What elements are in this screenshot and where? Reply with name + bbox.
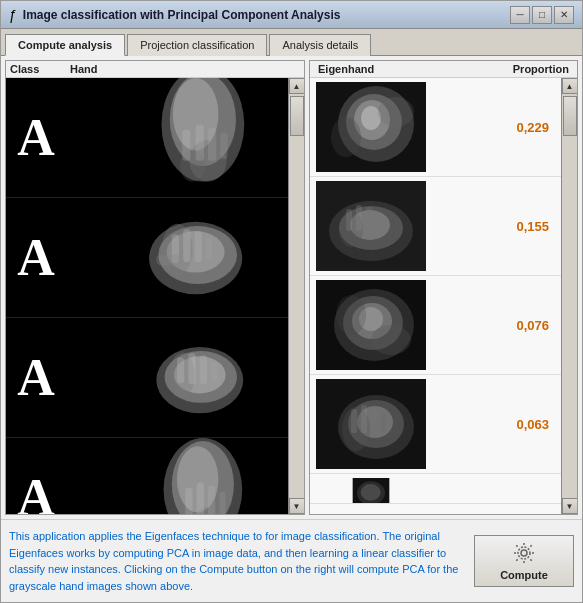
- compute-button[interactable]: Compute: [474, 535, 574, 587]
- svg-rect-36: [208, 486, 215, 514]
- svg-rect-8: [208, 128, 216, 161]
- eigenhand-image-2: [316, 181, 426, 271]
- eigen-row-partial: [310, 474, 561, 504]
- proportion-value-4: 0,063: [434, 417, 555, 432]
- proportion-value-1: 0,229: [434, 120, 555, 135]
- scroll-thumb[interactable]: [290, 96, 304, 136]
- gear-icon: [512, 541, 536, 565]
- tab-projection[interactable]: Projection classification: [127, 34, 267, 56]
- eigenhand-column-header: Eigenhand: [318, 63, 374, 75]
- svg-rect-37: [219, 492, 225, 514]
- eigen-row: 0,063: [310, 375, 561, 474]
- hand-image-2: [66, 198, 288, 317]
- left-panel-content: A: [6, 78, 288, 514]
- svg-rect-18: [206, 237, 212, 260]
- description-span: This application applies the Eigenfaces …: [9, 530, 458, 592]
- table-row: A: [6, 198, 288, 318]
- hand-image-3: [66, 318, 288, 437]
- tab-details[interactable]: Analysis details: [269, 34, 371, 56]
- close-button[interactable]: ✕: [554, 6, 574, 24]
- scroll-up-arrow[interactable]: ▲: [289, 78, 305, 94]
- svg-rect-28: [211, 361, 217, 382]
- svg-point-44: [378, 97, 414, 127]
- table-row: A: [6, 318, 288, 438]
- svg-point-59: [336, 295, 366, 335]
- svg-rect-34: [185, 488, 192, 514]
- svg-rect-6: [182, 130, 190, 161]
- proportion-column-header: Proportion: [513, 63, 569, 75]
- table-row: A: [6, 78, 288, 198]
- right-panel-header: Eigenhand Proportion: [310, 61, 577, 78]
- proportion-value-2: 0,155: [434, 219, 555, 234]
- main-window: ƒ Image classification with Principal Co…: [0, 0, 583, 603]
- description-text: This application applies the Eigenfaces …: [9, 528, 464, 594]
- compute-button-label: Compute: [500, 569, 548, 581]
- left-scrollbar[interactable]: ▲ ▼: [288, 78, 304, 514]
- svg-rect-65: [351, 409, 357, 433]
- svg-point-43: [331, 117, 361, 157]
- left-panel-scroll: A: [6, 78, 304, 514]
- svg-rect-67: [371, 407, 377, 433]
- svg-point-71: [361, 484, 381, 501]
- svg-point-73: [518, 547, 530, 559]
- bottom-panel: This application applies the Eigenfaces …: [1, 519, 582, 602]
- svg-rect-52: [366, 207, 372, 231]
- eigen-row: 0,155: [310, 177, 561, 276]
- tab-bar: Compute analysis Projection classificati…: [1, 29, 582, 56]
- eigen-row: 0,229: [310, 78, 561, 177]
- content-area: Class Hand A: [1, 56, 582, 602]
- eigenhand-image-4: [316, 379, 426, 469]
- svg-rect-17: [195, 231, 202, 262]
- svg-rect-50: [346, 209, 352, 231]
- svg-point-58: [371, 325, 411, 355]
- svg-rect-9: [220, 133, 227, 159]
- left-panel-header: Class Hand: [6, 61, 304, 78]
- svg-rect-19: [156, 255, 182, 265]
- eigen-row: 0,076: [310, 276, 561, 375]
- svg-rect-27: [200, 355, 207, 384]
- svg-rect-51: [356, 205, 362, 231]
- class-label: A: [6, 228, 66, 287]
- title-bar-left: ƒ Image classification with Principal Co…: [9, 7, 340, 23]
- class-label: A: [6, 468, 66, 514]
- hand-column-header: Hand: [70, 63, 300, 75]
- left-panel: Class Hand A: [5, 60, 305, 515]
- title-bar: ƒ Image classification with Principal Co…: [1, 1, 582, 29]
- window-title: Image classification with Principal Comp…: [23, 8, 341, 22]
- table-row: A: [6, 438, 288, 514]
- right-panel-content: 0,229: [310, 78, 561, 514]
- right-scrollbar[interactable]: ▲ ▼: [561, 78, 577, 514]
- right-panel-scroll: 0,229: [310, 78, 577, 514]
- eigenhand-image-1: [316, 82, 426, 172]
- svg-point-42: [361, 106, 381, 130]
- right-scroll-up-arrow[interactable]: ▲: [562, 78, 578, 94]
- app-icon: ƒ: [9, 7, 17, 23]
- svg-rect-7: [196, 125, 204, 161]
- class-label: A: [6, 108, 66, 167]
- right-scroll-thumb[interactable]: [563, 96, 577, 136]
- tab-compute[interactable]: Compute analysis: [5, 34, 125, 56]
- eigenhand-image-3: [316, 280, 426, 370]
- class-label: A: [6, 348, 66, 407]
- maximize-button[interactable]: □: [532, 6, 552, 24]
- svg-rect-26: [188, 353, 195, 384]
- main-panel: Class Hand A: [1, 56, 582, 519]
- svg-rect-66: [361, 405, 367, 433]
- svg-point-72: [521, 550, 527, 556]
- hand-image-1: [66, 78, 288, 197]
- svg-rect-25: [177, 357, 184, 383]
- minimize-button[interactable]: ─: [510, 6, 530, 24]
- scroll-down-arrow[interactable]: ▼: [289, 498, 305, 514]
- svg-rect-16: [183, 229, 190, 262]
- class-column-header: Class: [10, 63, 70, 75]
- hand-image-4: [66, 438, 288, 514]
- window-controls: ─ □ ✕: [510, 6, 574, 24]
- right-panel: Eigenhand Proportion: [309, 60, 578, 515]
- proportion-value-3: 0,076: [434, 318, 555, 333]
- svg-rect-35: [197, 482, 204, 514]
- svg-rect-68: [381, 413, 386, 433]
- right-scroll-down-arrow[interactable]: ▼: [562, 498, 578, 514]
